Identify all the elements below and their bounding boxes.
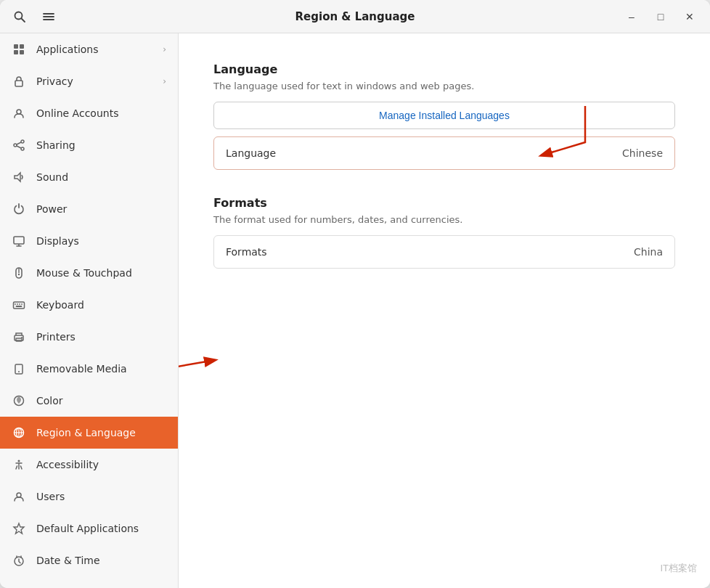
users-icon: [12, 489, 26, 504]
sidebar-label-region-language: Region & Language: [36, 427, 166, 438]
language-row-value: Chinese: [622, 147, 663, 159]
formats-title: Formats: [213, 196, 675, 210]
svg-rect-17: [14, 237, 24, 244]
sidebar-item-date-time[interactable]: Date & Time: [0, 544, 178, 576]
sidebar-label-sound: Sound: [36, 171, 166, 183]
sidebar-label-applications: Applications: [36, 44, 152, 55]
language-row[interactable]: Language Chinese: [213, 136, 675, 170]
svg-point-11: [21, 140, 24, 143]
sidebar-label-displays: Displays: [36, 235, 166, 247]
svg-point-33: [18, 371, 20, 372]
formats-row-value: China: [634, 246, 663, 258]
watermark: IT档案馆: [660, 562, 697, 575]
svg-rect-7: [14, 50, 18, 54]
svg-point-12: [14, 144, 17, 147]
removable-media-icon: [12, 362, 26, 376]
arrow-annotation-sidebar: [179, 346, 266, 404]
sidebar-item-color[interactable]: Color: [0, 385, 178, 417]
sidebar-item-displays[interactable]: Displays: [0, 225, 178, 257]
sidebar-item-accessibility[interactable]: Accessibility: [0, 449, 178, 481]
titlebar: Region & Language – □ ✕: [0, 0, 710, 33]
sidebar-item-default-applications[interactable]: Default Applications: [0, 513, 178, 544]
sidebar-item-sound[interactable]: Sound: [0, 161, 178, 193]
keyboard-icon: [12, 298, 26, 312]
svg-point-13: [21, 147, 24, 150]
apps-icon: [12, 42, 26, 57]
sidebar-label-mouse-touchpad: Mouse & Touchpad: [36, 267, 166, 279]
svg-rect-6: [20, 44, 24, 49]
sidebar-item-region-language[interactable]: Region & Language: [0, 417, 178, 449]
language-description: The language used for text in windows an…: [213, 81, 675, 91]
privacy-icon: [12, 74, 26, 89]
hamburger-icon: [42, 10, 55, 23]
formats-row[interactable]: Formats China: [213, 235, 675, 269]
formats-description: The format used for numbers, dates, and …: [213, 214, 675, 225]
sidebar-item-power[interactable]: Power: [0, 193, 178, 225]
svg-marker-41: [14, 523, 24, 534]
sound-icon: [12, 170, 26, 184]
manage-languages-button[interactable]: Manage Installed Languages: [213, 102, 675, 129]
sidebar-label-accessibility: Accessibility: [36, 459, 166, 470]
language-row-label: Language: [226, 147, 276, 159]
svg-point-22: [18, 274, 20, 275]
svg-line-1: [22, 18, 25, 22]
sidebar-label-power: Power: [36, 203, 166, 215]
sidebar-label-online-accounts: Online Accounts: [36, 107, 166, 119]
sidebar-label-privacy: Privacy: [36, 75, 152, 87]
sidebar-item-mouse-touchpad[interactable]: Mouse & Touchpad: [0, 257, 178, 289]
default-apps-icon: [12, 521, 26, 536]
svg-point-40: [17, 493, 21, 497]
sidebar-label-sharing: Sharing: [36, 139, 166, 151]
svg-line-15: [17, 146, 21, 148]
sidebar-item-privacy[interactable]: Privacy ›: [0, 65, 178, 97]
sidebar-label-date-time: Date & Time: [36, 555, 166, 566]
color-icon: [12, 393, 26, 408]
window-title: Region & Language: [295, 10, 415, 23]
maximize-button[interactable]: □: [649, 5, 672, 28]
close-button[interactable]: ✕: [678, 5, 701, 28]
svg-line-14: [17, 142, 21, 144]
svg-point-31: [21, 337, 23, 338]
printers-icon: [12, 330, 26, 344]
svg-rect-32: [15, 364, 23, 374]
menu-button[interactable]: [38, 6, 60, 28]
accessibility-icon: [12, 457, 26, 472]
sidebar-label-keyboard: Keyboard: [36, 299, 166, 311]
window-controls: – □ ✕: [620, 5, 701, 28]
mouse-icon: [12, 266, 26, 280]
language-section: Language The language used for text in w…: [213, 62, 675, 170]
svg-rect-30: [16, 338, 22, 341]
sidebar-label-default-applications: Default Applications: [36, 523, 166, 534]
arrow-icon-applications: ›: [163, 44, 166, 54]
titlebar-left: [9, 6, 60, 28]
sidebar-item-keyboard[interactable]: Keyboard: [0, 289, 178, 321]
sidebar-item-applications[interactable]: Applications ›: [0, 33, 178, 65]
sidebar-item-sharing[interactable]: Sharing: [0, 129, 178, 161]
sidebar-label-color: Color: [36, 395, 166, 407]
sidebar-label-printers: Printers: [36, 331, 166, 343]
svg-point-10: [17, 110, 21, 114]
language-title: Language: [213, 62, 675, 76]
sidebar-item-printers[interactable]: Printers: [0, 321, 178, 353]
svg-rect-23: [14, 302, 25, 309]
sidebar-label-users: Users: [36, 491, 166, 502]
content-area: Language The language used for text in w…: [179, 33, 710, 588]
svg-rect-5: [14, 44, 18, 49]
sidebar-item-removable-media[interactable]: Removable Media: [0, 353, 178, 385]
sidebar-item-online-accounts[interactable]: Online Accounts: [0, 97, 178, 129]
main-layout: Applications › Privacy › Online Accounts: [0, 33, 710, 588]
svg-marker-16: [15, 173, 20, 181]
sharing-icon: [12, 138, 26, 152]
svg-rect-8: [20, 50, 24, 54]
minimize-button[interactable]: –: [620, 5, 643, 28]
datetime-icon: [12, 553, 26, 568]
search-button[interactable]: [9, 6, 30, 28]
sidebar-label-removable-media: Removable Media: [36, 363, 166, 375]
online-accounts-icon: [12, 106, 26, 121]
sidebar-item-users[interactable]: Users: [0, 481, 178, 513]
sidebar: Applications › Privacy › Online Accounts: [0, 33, 179, 588]
power-icon: [12, 202, 26, 216]
svg-point-39: [18, 460, 20, 462]
svg-rect-9: [15, 81, 23, 86]
formats-row-label: Formats: [226, 246, 267, 258]
